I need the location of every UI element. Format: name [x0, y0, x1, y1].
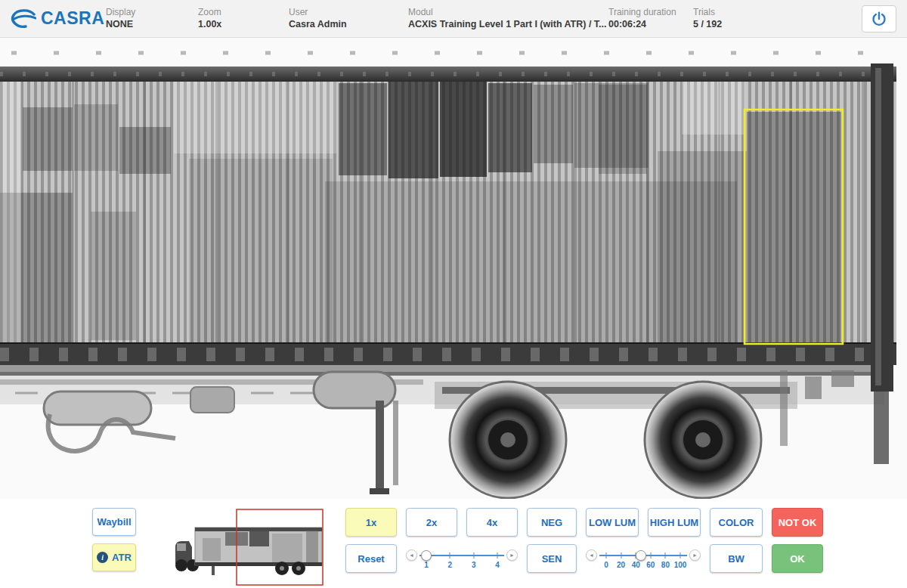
bw-button[interactable]: BW [710, 544, 763, 573]
header-bar: CASRA Display NONE Zoom 1.00x User Casra… [0, 0, 907, 38]
modul-label: Modul [408, 7, 602, 18]
trailer-wheel-rear [645, 382, 761, 498]
low-lum-button[interactable]: LOW LUM [586, 508, 639, 537]
power-button[interactable] [862, 5, 896, 32]
zoom-2x-button[interactable]: 2x [406, 508, 457, 537]
luminance-slider-handle[interactable] [636, 550, 646, 561]
header-field-modul: Modul ACXIS Training Level 1 Part I (wit… [408, 0, 608, 37]
user-label: User [289, 7, 402, 18]
lum-tick-label: 40 [632, 561, 640, 569]
luminance-slider: ◄ 0 20 40 60 80 100 [586, 544, 701, 573]
lum-tick-label: 0 [604, 561, 608, 569]
header-field-zoom: Zoom 1.00x [198, 0, 289, 37]
zoom-slider: ◄ 1 2 3 4 ► [406, 544, 518, 573]
not-ok-button[interactable]: NOT OK [772, 508, 823, 537]
user-value: Casra Admin [289, 18, 402, 30]
thumbnail-truck-image [159, 508, 334, 586]
display-value: NONE [106, 18, 192, 30]
zoom-4x-button[interactable]: 4x [466, 508, 518, 537]
casra-logo: CASRA [0, 8, 106, 29]
atr-button[interactable]: i ATR [92, 543, 136, 571]
ok-button[interactable]: OK [772, 544, 823, 573]
xray-image [0, 38, 907, 499]
trailer-wheel-front [450, 382, 566, 498]
waybill-button[interactable]: Waybill [92, 508, 136, 536]
overview-thumbnail[interactable] [159, 508, 334, 586]
atr-button-label: ATR [112, 552, 132, 563]
left-button-column: Waybill i ATR [92, 508, 136, 571]
info-icon: i [97, 552, 108, 563]
color-button[interactable]: COLOR [710, 508, 763, 537]
header-field-training-duration: Training duration 00:06:24 [608, 0, 693, 37]
logo-text: CASRA [41, 8, 104, 29]
lum-tick-label: 100 [674, 561, 687, 569]
sen-button[interactable]: SEN [527, 544, 577, 573]
neg-button[interactable]: NEG [527, 508, 577, 537]
training-duration-label: Training duration [608, 7, 687, 18]
controls-grid: 1x 2x 4x NEG LOW LUM HIGH LUM COLOR NOT … [345, 508, 823, 573]
high-lum-button[interactable]: HIGH LUM [648, 508, 701, 537]
zoom-tick-label: 3 [472, 561, 476, 569]
zoom-tick-label: 2 [448, 561, 453, 569]
zoom-slider-decrease-icon[interactable]: ◄ [406, 549, 417, 561]
luminance-slider-decrease-icon[interactable]: ◄ [586, 549, 597, 561]
luminance-slider-track[interactable]: 0 20 40 60 80 100 [599, 549, 687, 572]
zoom-slider-track[interactable]: 1 2 3 4 [419, 549, 504, 572]
display-label: Display [106, 7, 192, 18]
zoom-tick-label: 1 [424, 561, 429, 569]
training-duration-value: 00:06:24 [608, 18, 687, 30]
xray-viewer[interactable] [0, 38, 907, 499]
zoom-slider-handle[interactable] [421, 550, 432, 561]
zoom-value: 1.00x [198, 18, 283, 30]
lum-tick-label: 80 [661, 561, 670, 569]
header-field-user: User Casra Admin [289, 0, 408, 37]
luminance-slider-increase-icon[interactable]: ► [689, 549, 701, 561]
power-icon [871, 11, 887, 27]
zoom-tick-label: 4 [495, 561, 500, 569]
lum-tick-label: 20 [617, 561, 625, 569]
lum-tick-label: 60 [646, 561, 655, 569]
casra-logo-icon [11, 8, 36, 29]
modul-value: ACXIS Training Level 1 Part I (with ATR)… [408, 18, 602, 30]
zoom-label: Zoom [198, 7, 283, 18]
control-bar: Waybill i ATR [0, 499, 907, 588]
reset-button[interactable]: Reset [345, 544, 397, 573]
header-field-display: Display NONE [106, 0, 198, 37]
zoom-slider-increase-icon[interactable]: ► [506, 549, 518, 561]
zoom-1x-button[interactable]: 1x [345, 508, 397, 537]
